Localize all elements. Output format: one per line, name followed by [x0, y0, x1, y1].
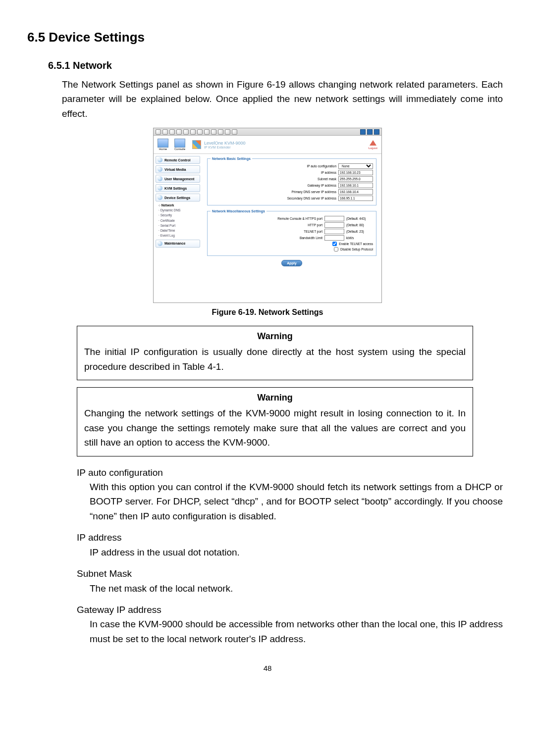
toolbar-button[interactable] — [176, 129, 182, 135]
toolbar-button[interactable] — [218, 129, 223, 135]
page-number: 48 — [27, 664, 508, 672]
label-setup-disable: Disable Setup Protocol — [340, 248, 373, 251]
brand-title: LevelOne KVM-9000 — [204, 141, 246, 146]
browser-toolbar — [154, 128, 381, 136]
hint-http: (Default: 80) — [346, 223, 373, 227]
nav-icon — [158, 195, 162, 200]
telnet-enable-checkbox[interactable] — [332, 242, 337, 246]
warning-body-1: The initial IP configuration is usually … — [84, 345, 466, 374]
warning-title: Warning — [84, 393, 466, 403]
desc-ip-address: IP address in the usual dot notation. — [90, 545, 503, 559]
warning-box-1: Warning The initial IP configuration is … — [77, 326, 473, 380]
term-subnet: Subnet Mask — [77, 566, 503, 581]
fieldset-basic: Network Basic Settings IP auto configura… — [207, 157, 376, 205]
figure-caption: Figure 6-19. Network Settings — [27, 308, 508, 317]
ip-auto-select[interactable]: None — [338, 163, 373, 169]
unit-bandwidth: kbit/s — [346, 236, 373, 240]
home-icon — [158, 139, 168, 148]
ip-address-input[interactable] — [338, 170, 373, 175]
toolbar-button[interactable] — [156, 129, 161, 135]
toolbar-button[interactable] — [204, 129, 210, 135]
nav-icon — [158, 241, 162, 246]
legend-misc: Network Miscellaneous Settings — [211, 209, 267, 213]
label-gateway: Gateway IP address — [308, 184, 336, 187]
label-secondary-dns: Secondary DNS server IP address — [287, 197, 336, 200]
toolbar-button[interactable] — [169, 129, 175, 135]
sidebar-nav: Remote Control Virtual Media User Manage… — [154, 154, 202, 302]
sidebar-sub-date-time[interactable]: · Date/Time — [159, 228, 200, 233]
bandwidth-input[interactable] — [324, 235, 344, 241]
subnet-input[interactable] — [338, 176, 373, 182]
sidebar-subnav: ○ Network · Dynamic DNS · Security · Cer… — [156, 203, 200, 238]
desc-subnet: The net mask of the local network. — [90, 581, 503, 596]
label-https-port: Remote Console & HTTPS port — [277, 217, 322, 220]
label-ip-auto: IP auto configuration — [307, 164, 336, 168]
gateway-input[interactable] — [338, 183, 373, 188]
primary-dns-input[interactable] — [338, 189, 373, 195]
toolbar-button[interactable] — [162, 129, 168, 135]
warning-title: Warning — [84, 331, 466, 342]
logout-button[interactable]: Logout — [369, 140, 377, 150]
figure-network-settings: Home Console LevelOne KVM-9000 IP KVM Ex… — [27, 128, 508, 303]
sidebar-item-virtual-media[interactable]: Virtual Media — [156, 165, 200, 173]
toolbar-button[interactable] — [197, 129, 203, 135]
term-gateway: Gateway IP address — [77, 603, 503, 617]
nav-icon — [158, 176, 162, 181]
brand-subtitle: IP KVM Extender — [204, 146, 246, 149]
desc-ip-auto: With this option you can control if the … — [90, 480, 503, 523]
toolbar-button[interactable] — [190, 129, 196, 135]
sidebar-sub-security[interactable]: · Security — [159, 213, 200, 218]
warning-body-2: Changing the network settings of the KVM… — [84, 406, 466, 450]
definitions: IP auto configuration With this option y… — [77, 465, 503, 647]
console-button[interactable]: Console — [174, 139, 185, 151]
sidebar-sub-certificate[interactable]: · Certificate — [159, 218, 200, 223]
sidebar-item-maintenance[interactable]: Maintenance — [156, 240, 200, 248]
hint-https: (Default: 443) — [346, 217, 373, 220]
toolbar-button[interactable] — [225, 129, 230, 135]
hint-telnet: (Default: 23) — [346, 230, 373, 233]
term-ip-auto: IP auto configuration — [77, 465, 503, 480]
fieldset-misc: Network Miscellaneous Settings Remote Co… — [207, 209, 376, 256]
http-port-input[interactable] — [324, 222, 344, 228]
term-ip-address: IP address — [77, 530, 503, 545]
https-port-input[interactable] — [324, 216, 344, 221]
brand-logo-icon — [192, 140, 201, 149]
settings-main: Network Basic Settings IP auto configura… — [202, 154, 381, 302]
sidebar-item-user-management[interactable]: User Management — [156, 175, 200, 183]
sidebar-sub-network[interactable]: ○ Network — [159, 203, 200, 208]
warning-box-2: Warning Changing the network settings of… — [77, 387, 473, 456]
intro-paragraph: The Network Settings panel as shown in F… — [62, 77, 503, 121]
apply-button[interactable]: Apply — [281, 260, 302, 266]
legend-basic: Network Basic Settings — [211, 157, 252, 160]
desc-gateway: In case the KVM-9000 should be accessibl… — [90, 617, 503, 646]
toolbar-button[interactable] — [211, 129, 216, 135]
subsection-heading: 6.5.1 Network — [48, 60, 508, 71]
screenshot-network-settings: Home Console LevelOne KVM-9000 IP KVM Ex… — [153, 128, 382, 303]
label-ip-address: IP address — [321, 171, 336, 174]
console-icon — [174, 139, 185, 148]
app-header: Home Console LevelOne KVM-9000 IP KVM Ex… — [154, 136, 381, 154]
label-http-port: HTTP port — [308, 223, 322, 227]
logout-icon — [370, 140, 376, 146]
telnet-port-input[interactable] — [324, 229, 344, 234]
window-button[interactable] — [360, 129, 366, 135]
sidebar-item-remote-control[interactable]: Remote Control — [156, 156, 200, 164]
sidebar-item-device-settings[interactable]: Device Settings — [156, 194, 200, 202]
label-telnet-enable: Enable TELNET access — [339, 242, 373, 246]
window-button[interactable] — [367, 129, 373, 135]
secondary-dns-input[interactable] — [338, 196, 373, 201]
sidebar-sub-serial-port[interactable]: · Serial Port — [159, 223, 200, 228]
section-heading: 6.5 Device Settings — [27, 30, 508, 45]
label-bandwidth: Bandwidth Limit — [300, 236, 322, 240]
nav-icon — [158, 157, 162, 162]
sidebar-sub-dynamic-dns[interactable]: · Dynamic DNS — [159, 208, 200, 213]
sidebar-item-kvm-settings[interactable]: KVM Settings — [156, 184, 200, 192]
window-button[interactable] — [374, 129, 379, 135]
toolbar-button[interactable] — [232, 129, 237, 135]
nav-icon — [158, 167, 162, 172]
toolbar-button[interactable] — [183, 129, 189, 135]
label-telnet-port: TELNET port — [304, 230, 322, 233]
sidebar-sub-event-log[interactable]: · Event Log — [159, 233, 200, 238]
setup-disable-checkbox[interactable] — [334, 247, 338, 252]
home-button[interactable]: Home — [158, 139, 168, 151]
